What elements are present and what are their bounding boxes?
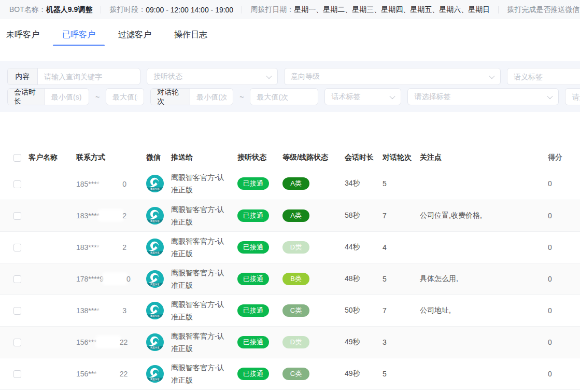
table-row: 156***22 鹰眼智客官方-认准正版 已接通 D类 49秒 3 0 [0,326,580,358]
customer-name-cell [29,263,76,295]
focus-cell [420,168,542,200]
focus-cell: 公司位置,收费价格, [420,200,542,231]
rounds-cell: 3 [383,326,420,358]
more-wechat-input[interactable] [565,93,580,101]
row-checkbox[interactable] [13,307,21,315]
row-checkbox[interactable] [13,212,21,220]
phone-cell: 178****90 [76,263,146,295]
push-to-name: 鹰眼智客官方-认准正版 [171,203,231,228]
select-tag-placeholder: 请选择标签 [414,92,450,102]
divider [498,6,499,13]
grade-badge: A类 [282,177,309,190]
content-filter-label: 内容 [8,68,38,85]
header-customer-name: 客户名称 [29,147,76,168]
focus-cell [420,358,542,389]
row-checkbox[interactable] [13,370,21,378]
grade-badge: D类 [282,241,309,254]
phone-cell: 138****3 [76,295,146,326]
duration-filter-label: 会话时长 [8,89,45,105]
select-all-checkbox[interactable] [13,154,21,162]
redaction-blur [100,243,122,251]
status-badge: 已接通 [237,304,269,317]
rounds-min-input[interactable] [190,93,233,101]
table-row: 178****90 鹰眼智客官方-认准正版 已接通 B类 48秒 5 具体怎么用… [0,263,580,295]
redaction-blur [100,211,122,220]
focus-cell [420,231,542,263]
content-filter-group: 内容 [7,68,140,85]
wechat-avatar-icon [146,333,164,351]
status-badge: 已接通 [237,209,269,222]
duration-min-input[interactable] [45,93,89,101]
tab-uncalled-customers[interactable]: 未呼客户 [4,30,41,40]
header-listen-status: 接听状态 [237,147,282,168]
status-badge: 已接通 [237,336,269,348]
content-keyword-input[interactable] [38,73,140,81]
redaction-blur [97,369,119,378]
focus-cell: 具体怎么用, [420,263,542,295]
duration-max-box [106,88,144,105]
script-tag-placeholder: 话术标签 [331,92,360,102]
customer-name-cell [29,168,76,200]
duration-max-input[interactable] [106,93,144,101]
row-checkbox[interactable] [13,339,21,346]
focus-cell [420,326,542,358]
header-wechat: 微信 [146,147,171,168]
duration-cell: 49秒 [345,358,383,389]
table-header-row: 客户名称 联系方式 微信 推送给 接听状态 等级/线路状态 会话时长 对话轮次 … [0,147,580,168]
customer-name-cell [29,358,76,389]
chevron-down-icon [547,93,553,99]
semantic-tag-input[interactable] [507,73,580,81]
select-tag-select[interactable]: 请选择标签 [407,88,559,105]
header-rounds: 对话轮次 [383,147,420,168]
wechat-avatar-icon [146,270,164,288]
rounds-filter-label: 对话轮次 [151,89,190,105]
phone-cell: 156***22 [76,358,146,389]
push-to-name: 鹰眼智客官方-认准正版 [171,361,231,386]
intent-level-select[interactable]: 意向等级 [284,68,501,85]
bot-name-label: BOT名称： [9,5,46,15]
customer-name-cell [29,326,76,358]
grade-badge: A类 [282,209,309,222]
table-row: 183****2 鹰眼智客官方-认准正版 已接通 A类 58秒 7 公司位置,收… [0,200,580,231]
grade-badge: B类 [282,273,309,285]
tab-called-customers[interactable]: 已呼客户 [60,30,97,40]
table-row: 156***22 鹰眼智客官方-认准正版 已接通 C类 49秒 5 0 [0,358,580,389]
row-checkbox[interactable] [13,275,21,283]
header-contact: 联系方式 [76,147,146,168]
table-row: 185****0 鹰眼智客官方-认准正版 已接通 A类 34秒 5 0 [0,168,580,200]
header-grade-line-status: 等级/线路状态 [282,147,345,168]
semantic-tag-box [507,68,580,85]
duration-cell: 44秒 [345,231,383,263]
rounds-cell: 7 [383,295,420,326]
status-badge: 已接通 [237,273,269,285]
grade-badge: D类 [282,336,309,348]
rounds-cell: 7 [383,200,420,231]
rounds-max-input[interactable] [250,93,318,101]
customer-name-cell [29,295,76,326]
week-days-value: 星期一、星期二、星期三、星期四、星期五、星期六、星期日 [294,5,490,15]
chevron-down-icon [390,93,395,99]
score-cell: 0 [542,200,580,231]
bot-name-value: 机器人9.9调整 [46,5,92,15]
rounds-filter-group: 对话轮次 [150,88,233,105]
push-to-name: 鹰眼智客官方-认准正版 [171,235,231,260]
script-tag-select[interactable]: 话术标签 [324,88,401,105]
filter-row-2: 会话时长 ~ 对话轮次 ~ 话术标签 请选择标签 [7,88,573,105]
listen-status-select[interactable]: 接听状态 [147,68,278,85]
header-focus: 关注点 [420,147,542,168]
rounds-cell: 5 [383,168,420,200]
score-cell: 0 [542,295,580,326]
wechat-avatar-icon [146,302,164,319]
duration-cell: 50秒 [345,295,383,326]
row-checkbox[interactable] [13,244,21,251]
tab-filtered-customers[interactable]: 过滤客户 [116,30,153,40]
score-cell: 0 [542,263,580,295]
redaction-blur [97,338,119,346]
tab-operation-log[interactable]: 操作日志 [172,30,209,40]
header-duration: 会话时长 [345,147,383,168]
score-cell: 0 [542,168,580,200]
row-checkbox[interactable] [13,180,21,188]
phone-cell: 185****0 [76,168,146,200]
wechat-avatar-icon [146,365,164,383]
status-badge: 已接通 [237,177,269,190]
